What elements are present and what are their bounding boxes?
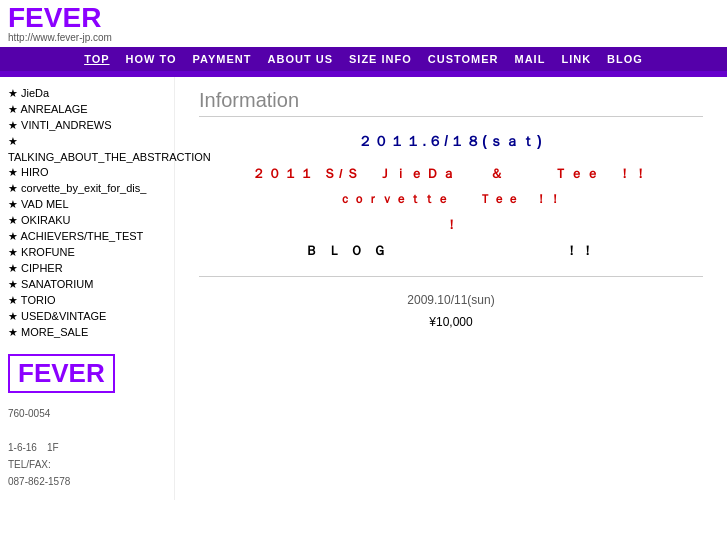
sidebar-item-anrealage[interactable]: ★ ANREALAGE (8, 103, 166, 116)
nav-blog[interactable]: BLOG (607, 53, 643, 65)
nav-aboutus[interactable]: ABOUT US (268, 53, 333, 65)
sidebar-item-star[interactable]: ★ (8, 135, 166, 148)
info-price: ¥10,000 (199, 315, 703, 329)
sidebar-item-sanatorium[interactable]: ★ SANATORIUM (8, 278, 166, 291)
site-header: FEVER http://www.fever-jp.com (0, 0, 727, 47)
sidebar-postal: 760-0054 1-6-16 1F TEL/FAX: 087-862-1578 (8, 405, 166, 490)
info-line3: ！ (199, 216, 703, 234)
sidebar-item-cipher[interactable]: ★ CIPHER (8, 262, 166, 275)
phone-number: 087-862-1578 (8, 473, 166, 490)
address-line1: 1-6-16 1F (8, 439, 166, 456)
nav-link[interactable]: LINK (561, 53, 591, 65)
nav-howto[interactable]: HOW TO (126, 53, 177, 65)
sidebar-item-corvette[interactable]: ★ corvette_by_exit_for_dis_ (8, 182, 166, 195)
sidebar-item-jieda[interactable]: ★ JieDa (8, 87, 166, 100)
site-url: http://www.fever-jp.com (8, 32, 719, 43)
sidebar-item-krofune[interactable]: ★ KROFUNE (8, 246, 166, 259)
navbar: TOP HOW TO PAYMENT ABOUT US SIZE INFO CU… (0, 47, 727, 71)
sidebar-item-vadmel[interactable]: ★ VAD MEL (8, 198, 166, 211)
sidebar: ★ JieDa ★ ANREALAGE ★ VINTI_ANDREWS ★ TA… (0, 77, 175, 500)
sidebar-logo: FEVER (8, 354, 115, 393)
main-layout: ★ JieDa ★ ANREALAGE ★ VINTI_ANDREWS ★ TA… (0, 77, 727, 500)
sidebar-item-used[interactable]: ★ USED&VINTAGE (8, 310, 166, 323)
info-line2: ｃｏｒｖｅｔｔｅ Ｔｅｅ ！！ (199, 191, 703, 208)
site-title: FEVER (8, 4, 719, 32)
content-divider (199, 276, 703, 277)
nav-sizeinfo[interactable]: SIZE INFO (349, 53, 412, 65)
nav-top[interactable]: TOP (84, 53, 109, 65)
info-line1: ２０１１ Ｓ/Ｓ ＪｉｅＤａ ＆ Ｔｅｅ ！！ (199, 165, 703, 183)
telfax-label: TEL/FAX: (8, 456, 166, 473)
nav-customer[interactable]: CUSTOMER (428, 53, 499, 65)
content-heading: Information (199, 89, 703, 117)
sidebar-item-talking[interactable]: TALKING_ABOUT_THE_ABSTRACTION (8, 151, 166, 163)
content-area: Information ２０１１.６/１８(ｓａｔ) ２０１１ Ｓ/Ｓ ＪｉｅＤ… (175, 77, 727, 500)
postal-code: 760-0054 (8, 405, 166, 422)
nav-mail[interactable]: MAIL (515, 53, 546, 65)
sidebar-item-achievers[interactable]: ★ ACHIEVERS/THE_TEST (8, 230, 166, 243)
info-line4: Ｂ Ｌ Ｏ Ｇ ！！ (199, 242, 703, 260)
sidebar-item-torio[interactable]: ★ TORIO (8, 294, 166, 307)
sidebar-item-hiro[interactable]: ★ HIRO (8, 166, 166, 179)
nav-payment[interactable]: PAYMENT (193, 53, 252, 65)
info-date2: 2009.10/11(sun) (199, 293, 703, 307)
sidebar-item-moresale[interactable]: ★ MORE_SALE (8, 326, 166, 339)
sidebar-item-vinti[interactable]: ★ VINTI_ANDREWS (8, 119, 166, 132)
info-date1: ２０１１.６/１８(ｓａｔ) (199, 133, 703, 151)
sidebar-item-okiraku[interactable]: ★ OKIRAKU (8, 214, 166, 227)
